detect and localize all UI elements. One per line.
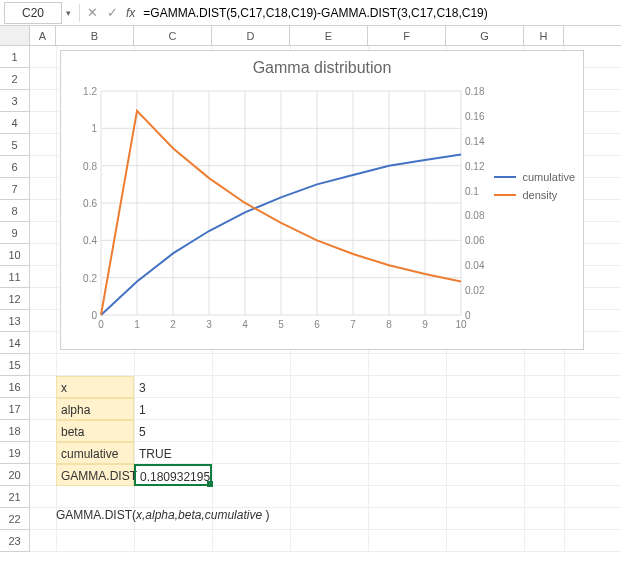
col-header[interactable]: F [368,26,446,45]
col-header[interactable]: D [212,26,290,45]
row-header[interactable]: 6 [0,156,30,178]
spreadsheet-grid: A B C D E F G H 123456789101112131415161… [0,26,621,552]
y-axis-right-labels: 00.020.040.060.080.10.120.140.160.18 [465,85,497,315]
row-header[interactable]: 21 [0,486,30,508]
chevron-down-icon[interactable]: ▾ [66,8,71,18]
formula-input[interactable] [139,2,621,24]
cell-value[interactable]: TRUE [134,442,212,464]
chart-title: Gamma distribution [61,59,583,77]
row-header[interactable]: 12 [0,288,30,310]
cell-value[interactable]: 0.180932195 [134,464,212,486]
cell-value[interactable]: 1 [134,398,212,420]
row-header[interactable]: 20 [0,464,30,486]
legend-label: density [522,189,557,201]
legend: cumulative density [494,171,575,207]
cell-label[interactable]: beta [56,420,134,442]
cell-label[interactable]: alpha [56,398,134,420]
row-header[interactable]: 7 [0,178,30,200]
cell-label[interactable]: cumulative [56,442,134,464]
cell-value[interactable]: 3 [134,376,212,398]
x-axis-labels: 012345678910 [101,319,461,335]
col-header[interactable]: H [524,26,564,45]
col-header[interactable]: B [56,26,134,45]
col-header[interactable]: E [290,26,368,45]
fill-handle[interactable] [207,481,213,487]
row-header[interactable]: 18 [0,420,30,442]
legend-swatch [494,176,516,178]
cell-label[interactable]: GAMMA.DIST [56,464,134,486]
row-header[interactable]: 17 [0,398,30,420]
chart[interactable]: Gamma distribution 00.20.40.60.811.2 00.… [60,50,584,350]
row-header[interactable]: 14 [0,332,30,354]
col-header[interactable]: G [446,26,524,45]
plot-area [101,91,461,315]
row-header[interactable]: 5 [0,134,30,156]
formula-bar: C20 ▾ ✕ ✓ fx [0,0,621,26]
row-header[interactable]: 16 [0,376,30,398]
column-headers: A B C D E F G H [0,26,621,46]
syntax-text: GAMMA.DIST(x,alpha,beta,cumulative ) [56,508,269,522]
row-headers: 1234567891011121314151617181920212223 [0,46,30,552]
cancel-icon[interactable]: ✕ [82,5,102,20]
row-header[interactable]: 8 [0,200,30,222]
row-header[interactable]: 10 [0,244,30,266]
row-header[interactable]: 23 [0,530,30,552]
name-box[interactable]: C20 [4,2,62,24]
select-all-corner[interactable] [0,26,30,45]
legend-label: cumulative [522,171,575,183]
col-header[interactable]: A [30,26,56,45]
row-header[interactable]: 3 [0,90,30,112]
legend-item: cumulative [494,171,575,183]
row-header[interactable]: 15 [0,354,30,376]
y-axis-left-labels: 00.20.40.60.811.2 [69,85,97,315]
row-header[interactable]: 11 [0,266,30,288]
legend-swatch [494,194,516,196]
cells-area[interactable]: Gamma distribution 00.20.40.60.811.2 00.… [30,46,621,552]
row-header[interactable]: 13 [0,310,30,332]
row-header[interactable]: 22 [0,508,30,530]
row-header[interactable]: 9 [0,222,30,244]
row-header[interactable]: 2 [0,68,30,90]
cell-value[interactable]: 5 [134,420,212,442]
row-header[interactable]: 19 [0,442,30,464]
row-header[interactable]: 4 [0,112,30,134]
col-header[interactable]: C [134,26,212,45]
row-header[interactable]: 1 [0,46,30,68]
enter-icon[interactable]: ✓ [102,5,122,20]
fx-icon[interactable]: fx [126,6,135,20]
cell-label[interactable]: x [56,376,134,398]
legend-item: density [494,189,575,201]
